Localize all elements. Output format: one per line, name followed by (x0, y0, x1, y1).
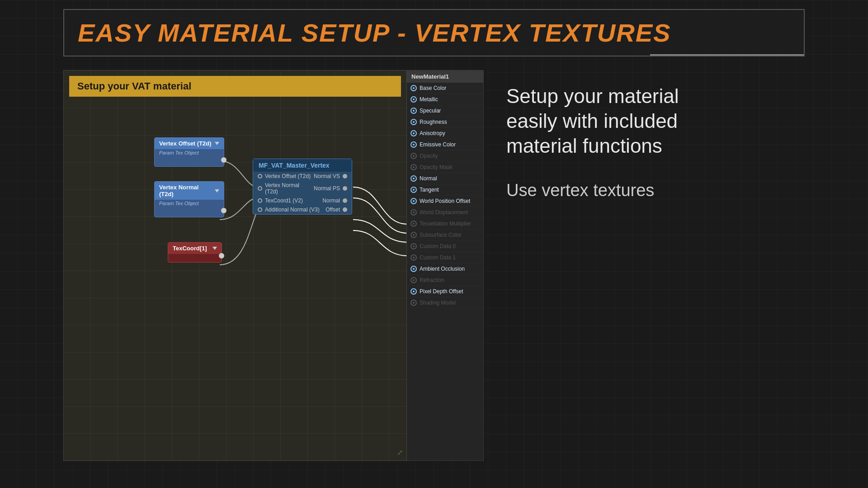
prop-item-custom-data-1[interactable]: Custom Data 1 (407, 252, 483, 263)
mf-output-0: Normal VS (314, 173, 340, 179)
prop-item-shading-model[interactable]: Shading Model (407, 297, 483, 309)
prop-icon-15 (410, 254, 417, 261)
vertex-offset-label: Vertex Offset (T2d) (159, 140, 212, 147)
pin-in-normal (258, 186, 262, 191)
mf-input-2: TexCoord1 (V2) (265, 197, 303, 204)
prop-item-world-displacement[interactable]: World Displacement (407, 207, 483, 218)
prop-item-metallic[interactable]: Metallic (407, 94, 483, 105)
prop-item-pixel-depth-offset[interactable]: Pixel Depth Offset (407, 286, 483, 297)
prop-label-1: Metallic (420, 96, 438, 103)
prop-label-19: Shading Model (420, 300, 456, 306)
vertex-offset-node[interactable]: Vertex Offset (T2d) Param Tex Object (154, 137, 224, 167)
prop-icon-6 (410, 153, 417, 159)
mf-vat-label: MF_VAT_Master_Vertex (259, 162, 330, 169)
prop-icon-7 (410, 164, 417, 170)
pin-in-texcoord (258, 198, 262, 203)
prop-label-15: Custom Data 1 (420, 254, 456, 261)
prop-label-12: Tessellation Multiplier (420, 221, 471, 227)
prop-icon-8 (410, 175, 417, 182)
mf-vat-header: MF_VAT_Master_Vertex (253, 159, 352, 172)
prop-item-opacity-mask[interactable]: Opacity Mask (407, 162, 483, 173)
prop-item-ambient-occlusion[interactable]: Ambient Occlusion (407, 263, 483, 275)
text-sub: Use vertex textures (506, 181, 782, 200)
vertex-offset-dropdown[interactable] (215, 142, 219, 145)
vertex-normal-sub: Param Tex Object (155, 200, 224, 209)
prop-icon-4 (410, 130, 417, 136)
prop-label-6: Opacity (420, 153, 438, 159)
prop-label-16: Ambient Occlusion (420, 266, 465, 272)
prop-label-17: Refraction (420, 277, 444, 283)
prop-item-anisotropy[interactable]: Anisotropy (407, 128, 483, 139)
properties-list: Base ColorMetallicSpecularRoughnessAniso… (407, 83, 483, 309)
prop-item-tangent[interactable]: Tangent (407, 184, 483, 196)
mf-row-texcoord: TexCoord1 (V2) Normal (253, 196, 352, 205)
properties-panel: NewMaterial1 Base ColorMetallicSpecularR… (407, 70, 484, 461)
prop-label-14: Custom Data 0 (420, 243, 456, 249)
mf-row-normal: Vertex Normal (T2d) Normal PS (253, 181, 352, 196)
prop-item-roughness[interactable]: Roughness (407, 117, 483, 128)
prop-item-emissive-color[interactable]: Emissive Color (407, 139, 483, 150)
prop-item-normal[interactable]: Normal (407, 173, 483, 184)
prop-icon-3 (410, 119, 417, 125)
pin-in-offset (258, 174, 262, 178)
mf-input-1: Vertex Normal (T2d) (265, 182, 314, 195)
prop-label-5: Emissive Color (420, 141, 456, 148)
mf-input-3: Additional Normal (V3) (265, 206, 320, 213)
prop-icon-0 (410, 85, 417, 91)
prop-item-opacity[interactable]: Opacity (407, 150, 483, 162)
prop-label-3: Roughness (420, 119, 447, 125)
pin-in-addnormal (258, 207, 262, 212)
material-name: NewMaterial1 (407, 70, 483, 83)
prop-item-world-position-offset[interactable]: World Position Offset (407, 196, 483, 207)
mf-output-2: Normal (322, 197, 340, 204)
prop-label-9: Tangent (420, 187, 439, 193)
prop-label-11: World Displacement (420, 209, 468, 216)
vertex-offset-sub: Param Tex Object (155, 149, 224, 158)
prop-item-custom-data-0[interactable]: Custom Data 0 (407, 241, 483, 252)
pin-out-normalvs (343, 174, 347, 178)
mf-input-0: Vertex Offset (T2d) (265, 173, 311, 179)
prop-icon-13 (410, 232, 417, 238)
prop-item-subsurface-color[interactable]: Subsurface Color (407, 230, 483, 241)
mf-output-3: Offset (326, 206, 340, 213)
vertex-normal-output-pin (221, 208, 226, 213)
text-line1: Setup your material (506, 85, 679, 107)
texcoord-dropdown[interactable] (212, 247, 217, 250)
vertex-offset-header: Vertex Offset (T2d) (155, 138, 224, 149)
connections-svg (64, 70, 406, 460)
mf-row-offset: Vertex Offset (T2d) Normal VS (253, 172, 352, 181)
prop-item-base-color[interactable]: Base Color (407, 83, 483, 94)
prop-item-tessellation-multiplier[interactable]: Tessellation Multiplier (407, 218, 483, 230)
pin-out-normal (343, 198, 347, 203)
graph-panel[interactable]: Setup your VAT material Vertex Offset (T… (63, 70, 407, 461)
vertex-offset-output-pin (221, 157, 226, 163)
texcoord-node[interactable]: TexCoord[1] (168, 242, 222, 263)
prop-item-refraction[interactable]: Refraction (407, 275, 483, 286)
prop-icon-16 (410, 266, 417, 272)
vertex-normal-dropdown[interactable] (215, 189, 219, 192)
prop-label-7: Opacity Mask (420, 164, 453, 170)
prop-icon-12 (410, 221, 417, 227)
prop-icon-11 (410, 209, 417, 216)
vertex-normal-label: Vertex Normal (T2d) (159, 184, 212, 197)
main-content: Setup your VAT material Vertex Offset (T… (63, 70, 805, 461)
page-title: EASY MATERIAL SETUP - VERTEX TEXTURES (78, 19, 671, 47)
prop-icon-10 (410, 198, 417, 204)
resize-icon: ⤢ (397, 448, 403, 457)
mf-vat-node[interactable]: MF_VAT_Master_Vertex Vertex Offset (T2d)… (253, 159, 352, 215)
text-panel: Setup your material easily with included… (484, 70, 805, 461)
texcoord-label: TexCoord[1] (173, 245, 207, 252)
text-line2: easily with included (506, 110, 678, 132)
header-container: EASY MATERIAL SETUP - VERTEX TEXTURES (63, 9, 805, 56)
prop-icon-19 (410, 300, 417, 306)
prop-icon-2 (410, 108, 417, 114)
prop-icon-14 (410, 243, 417, 249)
prop-label-0: Base Color (420, 85, 446, 91)
vertex-normal-node[interactable]: Vertex Normal (T2d) Param Tex Object (154, 181, 224, 217)
prop-icon-5 (410, 141, 417, 148)
text-main: Setup your material easily with included… (506, 84, 782, 158)
setup-banner: Setup your VAT material (69, 76, 401, 97)
header-underline (650, 54, 804, 56)
prop-item-specular[interactable]: Specular (407, 105, 483, 117)
prop-label-13: Subsurface Color (420, 232, 462, 238)
